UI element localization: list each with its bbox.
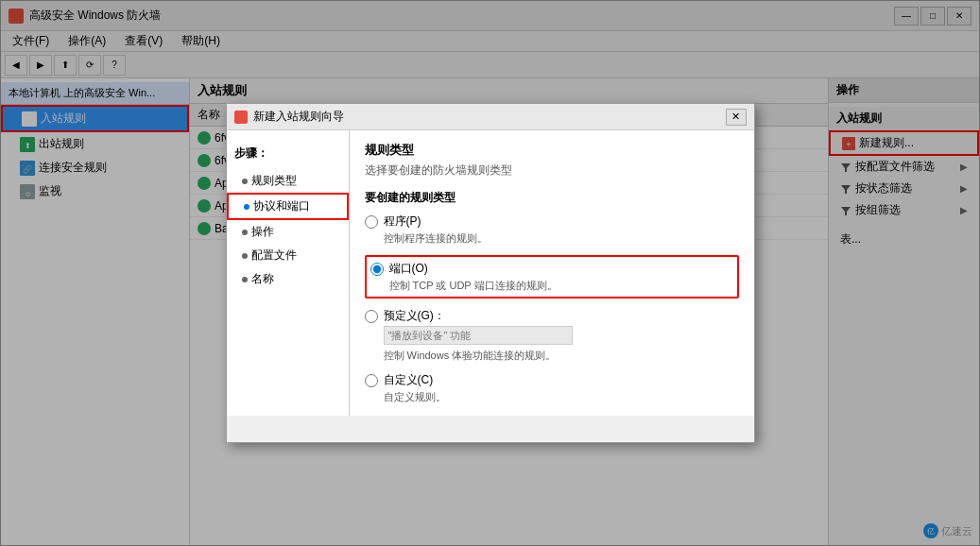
- radio-predefined[interactable]: [365, 310, 378, 323]
- dialog-content: 步骤： 规则类型 协议和端口 操作 配置文件: [227, 130, 754, 416]
- radio-item-port: 端口(O) 控制 TCP 或 UDP 端口连接的规则。: [365, 255, 739, 299]
- radio-label-port[interactable]: 端口(O): [370, 261, 733, 277]
- radio-custom[interactable]: [365, 374, 378, 387]
- nav-bullet-2: [244, 204, 249, 210]
- dialog-close-button[interactable]: ✕: [726, 109, 747, 126]
- dialog-nav-protocol-port[interactable]: 协议和端口: [227, 193, 349, 220]
- dialog-right: 规则类型 选择要创建的防火墙规则类型 要创建的规则类型 程序(P) 控制程序连接…: [350, 130, 754, 416]
- dialog-section-desc: 选择要创建的防火墙规则类型: [365, 162, 739, 179]
- nav-bullet-4: [242, 253, 248, 259]
- dialog-nav-profile[interactable]: 配置文件: [227, 244, 349, 267]
- dialog-nav-action[interactable]: 操作: [227, 220, 349, 244]
- radio-desc-custom: 自定义规则。: [365, 390, 739, 404]
- nav-bullet-5: [242, 277, 248, 282]
- radio-item-custom: 自定义(C) 自定义规则。: [365, 372, 739, 404]
- dialog-section-title: 规则类型: [365, 142, 739, 159]
- radio-label-predefined[interactable]: 预定义(G)：: [365, 308, 739, 324]
- radio-item-program: 程序(P) 控制程序连接的规则。: [365, 213, 739, 246]
- radio-label-custom[interactable]: 自定义(C): [365, 372, 739, 388]
- content-label: 要创建的规则类型: [365, 190, 739, 206]
- radio-desc-program: 控制程序连接的规则。: [365, 231, 739, 246]
- dialog-overlay: 新建入站规则向导 ✕ 步骤： 规则类型 协议和端口 操作: [0, 0, 980, 546]
- radio-program[interactable]: [365, 215, 378, 229]
- radio-port[interactable]: [370, 263, 384, 276]
- radio-label-program[interactable]: 程序(P): [365, 213, 739, 230]
- radio-desc-port: 控制 TCP 或 UDP 端口连接的规则。: [370, 279, 733, 293]
- radio-desc-predefined: 控制 Windows 体验功能连接的规则。: [365, 349, 739, 363]
- dialog: 新建入站规则向导 ✕ 步骤： 规则类型 协议和端口 操作: [226, 103, 755, 443]
- dialog-nav-name[interactable]: 名称: [227, 267, 349, 291]
- nav-bullet-3: [242, 230, 248, 235]
- predefined-select: [384, 326, 573, 345]
- dialog-title-icon: [234, 111, 248, 124]
- nav-bullet-1: [242, 179, 248, 184]
- radio-item-predefined: 预定义(G)： 控制 Windows 体验功能连接的规则。: [365, 308, 739, 363]
- dialog-nav-rule-type[interactable]: 规则类型: [227, 169, 349, 193]
- dialog-title-text: 新建入站规则向导: [253, 109, 726, 125]
- dialog-steps-label: 步骤：: [227, 138, 349, 169]
- radio-group: 程序(P) 控制程序连接的规则。 端口(O) 控制 TCP 或 UDP 端口连接…: [365, 213, 739, 404]
- dialog-nav: 步骤： 规则类型 协议和端口 操作 配置文件: [227, 130, 350, 416]
- dialog-title-bar: 新建入站规则向导 ✕: [227, 104, 754, 130]
